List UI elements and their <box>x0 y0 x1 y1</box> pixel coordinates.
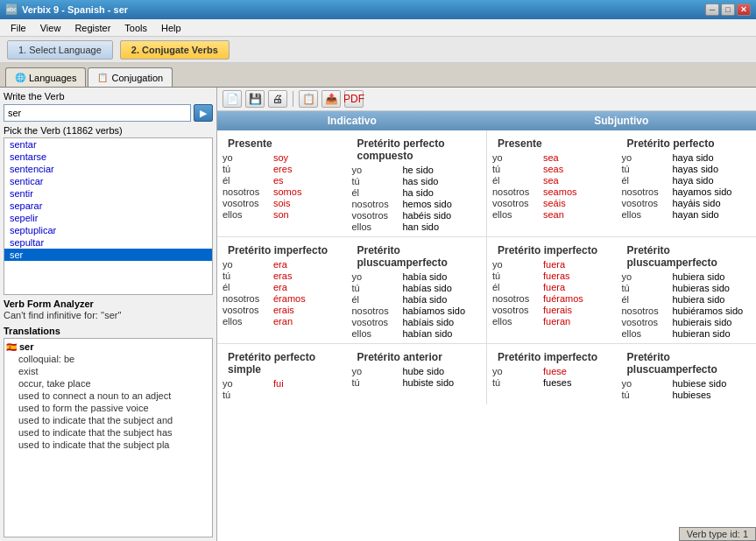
title-text: Verbix 9 - Spanish - ser <box>22 4 128 15</box>
verb-form: haya sido <box>673 152 714 163</box>
pronoun: yo <box>622 152 673 163</box>
conjugation-tab-icon: 📋 <box>97 73 108 82</box>
menu-help[interactable]: Help <box>154 21 188 35</box>
menu-tools[interactable]: Tools <box>117 21 154 35</box>
menu-view[interactable]: View <box>33 21 68 35</box>
search-button[interactable]: ▶ <box>194 104 213 122</box>
ind-presente-label: Presente <box>223 134 352 151</box>
verb-form: fuera <box>543 282 565 292</box>
trans-item: used to form the passive voice <box>6 402 210 414</box>
pronoun: él <box>492 282 543 292</box>
window-controls: ─ □ ✕ <box>705 4 751 16</box>
menu-file[interactable]: File <box>4 21 33 35</box>
pronoun: nosotros <box>622 186 673 197</box>
subj-imp-label: Pretérito imperfecto <box>492 241 622 258</box>
pronoun: yo <box>492 152 543 163</box>
verb-form: hayas sido <box>673 164 719 174</box>
pronoun: nosotros <box>352 199 403 209</box>
minimize-button[interactable]: ─ <box>705 4 719 16</box>
toolbar-pdf[interactable]: PDF <box>344 90 364 108</box>
step2-button[interactable]: 2. Conjugate Verbs <box>120 40 230 60</box>
verb-form: habíamos sido <box>403 306 466 316</box>
conj-row: yosea <box>492 152 622 163</box>
ind-ppc-col: Pretérito perfectocompuesto yohe sido tú… <box>352 134 482 233</box>
conj-row: nosotroshemos sido <box>352 199 482 209</box>
toolbar-export[interactable]: 📤 <box>321 90 341 108</box>
conj-row: elloshayan sido <box>622 209 752 220</box>
verb-item[interactable]: sepultar <box>4 236 212 249</box>
pronoun: vosotros <box>223 305 273 315</box>
subj-plsc2-col: Pretéritopluscuamperfecto yohubiese sido… <box>622 348 752 401</box>
verb-form: soy <box>273 152 288 163</box>
tab-languages[interactable]: 🌐 Languages <box>5 67 86 87</box>
menu-register[interactable]: Register <box>67 21 117 35</box>
subj-presente-col: Presente yosea túseas élsea nosotrosseam… <box>492 134 622 221</box>
conj-row: túhayas sido <box>622 164 752 174</box>
tab-conjugation[interactable]: 📋 Conjugation <box>88 67 173 87</box>
conj-row: yosoy <box>223 152 352 163</box>
pronoun: yo <box>622 271 673 282</box>
translations-box[interactable]: 🇪🇸 ser colloquial: be exist occur, take … <box>4 338 213 537</box>
title-bar: 🔤 Verbix 9 - Spanish - ser ─ □ ✕ <box>0 0 756 19</box>
conj-row: túseas <box>492 164 622 174</box>
ind-imp-col: Pretérito imperfecto yoera túeras élera … <box>223 241 352 340</box>
toolbar-new[interactable]: 📄 <box>223 90 242 108</box>
pronoun: tú <box>622 390 673 400</box>
left-panel: Write the Verb ▶ Pick the Verb (11862 ve… <box>0 88 217 541</box>
pronoun: él <box>622 175 673 186</box>
conj-row: ellossean <box>492 209 622 220</box>
step1-button[interactable]: 1. Select Language <box>7 40 113 60</box>
conj-row: yohaya sido <box>622 152 752 163</box>
toolbar-copy[interactable]: 📋 <box>299 90 318 108</box>
verb-item-selected[interactable]: ser <box>4 249 212 261</box>
verb-form: hube sido <box>403 366 445 376</box>
verb-item[interactable]: septuplicar <box>4 224 212 236</box>
ind-pps-label: Pretérito perfecto simple <box>223 348 352 377</box>
verb-form: eras <box>273 270 292 281</box>
verb-item[interactable]: sentir <box>4 187 212 200</box>
close-button[interactable]: ✕ <box>737 4 751 16</box>
verb-item[interactable]: sentenciar <box>4 163 212 175</box>
conj-row: élha sido <box>352 187 482 198</box>
pronoun: yo <box>492 259 543 270</box>
conj-row: nosotrosseamos <box>492 186 622 197</box>
pronoun: ellos <box>352 328 403 339</box>
verb-form: habéis sido <box>403 210 452 221</box>
verb-form: erais <box>273 305 294 315</box>
verb-item[interactable]: sepelir <box>4 212 212 224</box>
verb-form: hubiera sido <box>673 271 725 282</box>
verb-form: hayamos sido <box>673 186 732 197</box>
pronoun: nosotros <box>352 306 403 316</box>
flag-icon: 🇪🇸 <box>6 342 17 352</box>
toolbar-print[interactable]: 🖨 <box>268 90 287 108</box>
verb-form: han sido <box>403 221 440 232</box>
verb-search-input[interactable] <box>4 104 191 122</box>
pronoun: él <box>352 294 403 305</box>
verb-form: habían sido <box>403 328 453 339</box>
conj-row: éles <box>223 175 352 186</box>
subj-imp2-label: Pretérito imperfecto <box>492 348 622 365</box>
verb-list[interactable]: sentar sentarse sentenciar senticar sent… <box>4 137 213 295</box>
pronoun: tú <box>492 270 543 281</box>
pick-label: Pick the Verb (11862 verbs) <box>4 125 213 136</box>
verb-item[interactable]: separar <box>4 200 212 212</box>
pronoun: vosotros <box>622 317 673 327</box>
verb-item[interactable]: senticar <box>4 175 212 187</box>
verb-form: hemos sido <box>403 199 452 209</box>
pronoun: ellos <box>492 209 543 220</box>
pronoun: yo <box>352 271 403 282</box>
section-row: Presente yosoy túeres éles nosotrossomos… <box>217 130 756 237</box>
tab-bar: 🌐 Languages 📋 Conjugation <box>0 63 756 88</box>
tab-languages-label: Languages <box>29 73 76 83</box>
maximize-button[interactable]: □ <box>721 4 735 16</box>
toolbar-save[interactable]: 💾 <box>245 90 265 108</box>
right-panel[interactable]: 📄 💾 🖨 📋 📤 PDF Indicativo Subjuntivo <box>217 88 756 541</box>
section-row-3: Pretérito perfecto simple yofui tú Preté… <box>217 344 756 405</box>
step2-label: 2. Conjugate Verbs <box>131 45 218 55</box>
verb-item[interactable]: sentarse <box>4 151 212 163</box>
verb-item[interactable]: sentar <box>4 138 212 151</box>
wizard-bar: 1. Select Language 2. Conjugate Verbs <box>0 37 756 63</box>
section-row-2: Pretérito imperfecto yoera túeras élera … <box>217 237 756 344</box>
verb-form: haya sido <box>673 175 714 186</box>
subj-pp-col: Pretérito perfecto yohaya sido túhayas s… <box>622 134 752 221</box>
